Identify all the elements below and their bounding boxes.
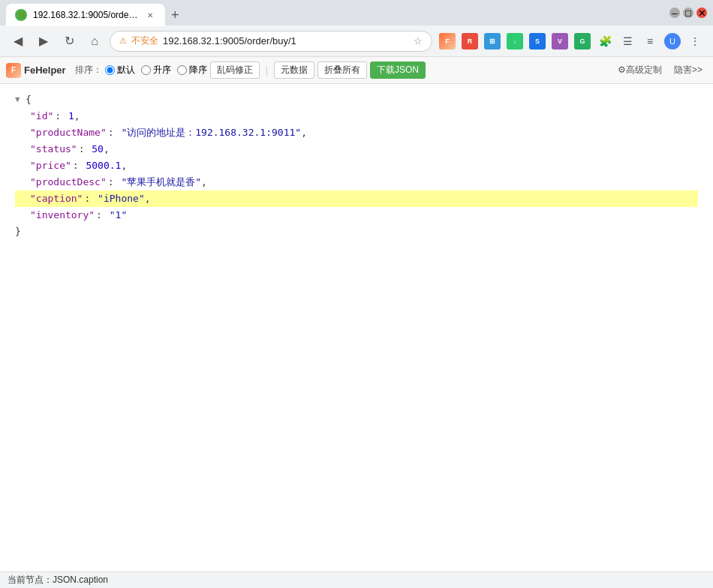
ext-icon-8[interactable]: ☰	[617, 31, 638, 52]
sort-radio-group: 默认 升序 降序	[105, 64, 207, 76]
address-text[interactable]: 192.168.32.1:9005/order/buy/1	[163, 35, 409, 46]
json-field-line: "caption" : "iPhone" , 复制下载删除	[15, 190, 698, 207]
title-bar: 🌿 192.168.32.1:9005/order/buy/ ✕ + – □ ✕	[0, 0, 713, 26]
fehelper-logo-icon: F	[6, 63, 21, 78]
json-value: "iPhone"	[92, 191, 144, 207]
json-colon: :	[108, 125, 114, 141]
json-value: 50	[86, 142, 103, 158]
json-value: 5000.1	[80, 158, 122, 174]
tab-title: 192.168.32.1:9005/order/buy/	[33, 10, 138, 20]
hide-button[interactable]: 隐害>>	[669, 62, 707, 78]
indent	[15, 191, 30, 207]
json-field-line: "id" : 1 ,	[15, 108, 698, 124]
json-close-brace: }	[15, 224, 698, 240]
ext-fehelper-icon[interactable]: F	[437, 31, 458, 52]
profile-button[interactable]: U	[662, 31, 683, 52]
bookmark-icon[interactable]: ☆	[414, 35, 423, 46]
back-button[interactable]: ◀	[8, 31, 29, 52]
ext-icon-5[interactable]: S	[527, 31, 548, 52]
json-field-line: "price" : 5000.1 ,	[15, 158, 698, 174]
reload-button[interactable]: ↻	[59, 31, 80, 52]
ext-icon-3[interactable]: ⊞	[482, 31, 503, 52]
json-colon: :	[108, 175, 114, 190]
address-bar: ◀ ▶ ↻ ⌂ ⚠ 不安全 192.168.32.1:9005/order/bu…	[0, 26, 713, 57]
sort-desc-option[interactable]: 降序	[177, 64, 207, 76]
json-key: "productDesc"	[30, 175, 107, 190]
active-tab[interactable]: 🌿 192.168.32.1:9005/order/buy/ ✕	[6, 4, 165, 26]
sort-asc-option[interactable]: 升序	[141, 64, 171, 76]
ext-puzzle-icon[interactable]: 🧩	[594, 31, 615, 52]
advanced-settings-button[interactable]: ⚙高级定制	[613, 62, 666, 78]
fix-encoding-button[interactable]: 乱码修正	[210, 62, 260, 79]
json-value: "访问的地址是：192.168.32.1:9011"	[116, 125, 302, 141]
json-colon: :	[73, 158, 79, 174]
json-comma: ,	[301, 125, 307, 141]
json-field-line: "productName" : "访问的地址是：192.168.32.1:901…	[15, 124, 698, 141]
separator-1: |	[266, 64, 268, 76]
new-tab-button[interactable]: +	[165, 8, 185, 23]
json-value: "1"	[104, 208, 127, 224]
security-icon: ⚠	[119, 36, 127, 46]
tab-close-button[interactable]: ✕	[144, 9, 156, 21]
sort-default-option[interactable]: 默认	[105, 64, 135, 76]
json-key: "id"	[30, 109, 53, 124]
json-colon: :	[96, 208, 102, 224]
browser-toolbar-icons: F R ⊞ ↓ S V	[437, 31, 705, 52]
json-comma: ,	[145, 191, 151, 207]
ext-icon-7[interactable]: G	[572, 31, 593, 52]
indent	[15, 109, 30, 124]
forward-button[interactable]: ▶	[33, 31, 54, 52]
fehelper-right-buttons: ⚙高级定制 隐害>>	[613, 62, 707, 78]
json-field-line: "status" : 50 ,	[15, 141, 698, 158]
indent	[15, 208, 30, 224]
indent	[15, 142, 30, 158]
ext-icon-4[interactable]: ↓	[504, 31, 525, 52]
menu-button[interactable]: ⋮	[684, 31, 705, 52]
security-label: 不安全	[131, 34, 158, 47]
minimize-button[interactable]: –	[669, 8, 680, 18]
indent	[15, 158, 30, 174]
json-comma: ,	[104, 142, 110, 158]
json-field-line: "productDesc" : "苹果手机就是香" ,	[15, 174, 698, 190]
json-value: "苹果手机就是香"	[116, 175, 201, 190]
sort-label: 排序：	[75, 64, 102, 76]
ext-icon-2[interactable]: R	[459, 31, 480, 52]
ext-icon-9[interactable]: ≡	[639, 31, 660, 52]
close-brace: }	[15, 224, 21, 240]
maximize-button[interactable]: □	[683, 8, 693, 18]
tab-favicon: 🌿	[15, 9, 27, 21]
fehelper-logo-text: FeHelper	[24, 64, 66, 76]
json-comma: ,	[201, 175, 207, 190]
fold-all-button[interactable]: 折叠所有	[317, 62, 367, 79]
indent	[15, 125, 30, 141]
json-key: "inventory"	[30, 208, 95, 224]
json-key: "price"	[30, 158, 71, 174]
json-field-line: "inventory" : "1"	[15, 207, 698, 224]
fehelper-logo: F FeHelper	[6, 63, 66, 78]
open-brace: {	[26, 92, 32, 108]
download-json-button[interactable]: 下载JSON	[370, 62, 426, 79]
home-button[interactable]: ⌂	[84, 31, 105, 52]
json-comma: ,	[121, 158, 127, 174]
indent	[15, 175, 30, 190]
address-input-wrap: ⚠ 不安全 192.168.32.1:9005/order/buy/1 ☆	[110, 31, 432, 52]
collapse-arrow[interactable]: ▼	[15, 93, 26, 106]
json-colon: :	[84, 191, 90, 207]
json-colon: :	[55, 109, 61, 124]
json-key: "status"	[30, 142, 77, 158]
json-key: "caption"	[30, 191, 83, 207]
json-content-area: ▼ { "id" : 1 , "productName" : "访问的地址是：1…	[0, 84, 713, 534]
ext-icon-6[interactable]: V	[549, 31, 570, 52]
close-button[interactable]: ✕	[696, 8, 707, 18]
fehelper-toolbar: F FeHelper 排序： 默认 升序 降序 乱码修正 | 元数据 折叠所有 …	[0, 57, 713, 84]
json-colon: :	[79, 142, 85, 158]
meta-button[interactable]: 元数据	[274, 62, 314, 79]
json-value: 1	[62, 109, 74, 124]
json-key: "productName"	[30, 125, 107, 141]
json-comma: ,	[74, 109, 80, 124]
json-open-brace: ▼ {	[15, 92, 698, 108]
